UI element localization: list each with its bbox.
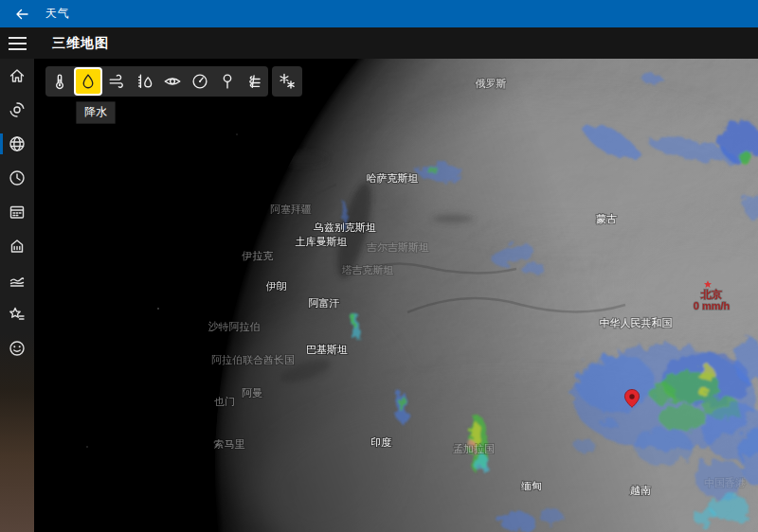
sidebar-item-favorites[interactable] [0,297,34,331]
layer-pressure-button[interactable] [186,66,213,97]
title-bar: 天气 [0,0,758,27]
humidity-icon [135,71,155,92]
layer-humidity-button[interactable] [131,66,158,97]
sidebar-item-hourly[interactable] [0,161,34,195]
sidebar-item-3d-map[interactable] [0,127,34,161]
sidebar-item-life[interactable] [0,229,34,263]
back-button[interactable] [0,0,44,27]
app-title: 天气 [45,6,70,22]
beijing-precip-value: 0 mm/h [694,300,731,311]
sidebar-item-feedback[interactable] [0,331,34,365]
thermometer-icon [49,71,70,92]
layer-toolbar [45,66,268,97]
star-speck [86,446,87,447]
star-speck [236,133,237,134]
pressure-gauge-icon [190,71,210,92]
map-label: 中国香港 [704,477,746,488]
calendar-icon [8,203,27,222]
map-label: 阿曼 [242,387,262,399]
sidebar-item-home[interactable] [0,59,34,93]
star-list-icon [8,305,27,324]
map-label: 中华人民共和国 [600,317,673,328]
trend-chart-icon [8,271,27,290]
home-icon [8,66,27,85]
layer-tooltip: 降水 [76,101,116,124]
map-label: 阿富汗 [309,297,340,309]
map-label: 阿塞拜疆 [270,204,312,215]
star-speck [157,308,159,310]
sidebar-item-history[interactable] [0,263,34,297]
menu-button[interactable] [0,27,34,59]
map-label: 阿拉伯联合酋长国 [211,354,295,365]
map-label: 吉尔吉斯斯坦 [366,241,429,253]
map-label: 越南 [630,485,651,496]
beijing-label: 北京 [700,289,722,300]
map-label: 巴基斯坦 [306,344,348,355]
jet-stream-icon [244,71,265,92]
hurricane-icon [8,100,27,119]
sidebar-item-monthly[interactable] [0,195,34,229]
map-label: 哈萨克斯坦 [367,172,419,184]
raindrop-icon [78,71,99,92]
map-label: 也门 [214,396,235,407]
dew-point-icon [217,71,238,92]
snow-layer-button[interactable] [272,66,302,97]
globe-3d-icon [8,134,27,153]
wind-icon [107,71,128,92]
map-label: 沙特阿拉伯 [208,321,261,332]
back-arrow-icon [14,7,29,22]
hamburger-icon [9,37,27,39]
app-header: 三维地图 [0,27,758,59]
map-label: 印度 [370,436,391,448]
layer-jet-stream-button[interactable] [241,66,268,97]
page-title: 三维地图 [52,35,109,52]
map-label: 伊拉克 [242,250,274,261]
layer-wind-button[interactable] [103,66,131,97]
clock-icon [8,168,27,187]
layer-visibility-button[interactable] [158,66,186,97]
layer-precipitation-button[interactable] [74,67,102,96]
map-label: 乌兹别克斯坦 [313,222,376,233]
map-label: 索马里 [214,438,245,450]
map-label: 土库曼斯坦 [296,236,348,247]
visibility-eye-icon [162,71,183,92]
snowflakes-icon [276,70,298,93]
layer-temperature-button[interactable] [45,66,73,97]
smiley-icon [8,339,27,358]
map-label: 缅甸 [521,480,542,491]
sidebar-nav [0,59,34,532]
layer-dew-point-button[interactable] [213,66,241,97]
map-label: 伊朗 [265,280,287,292]
weather-app-window: 俄罗斯 哈萨克斯坦 阿塞拜疆 乌兹别克斯坦 土库曼斯坦 吉尔吉斯斯坦 伊拉克 塔… [0,0,758,532]
map-label: 塔吉克斯坦 [342,264,394,275]
map-label: 孟加拉国 [453,443,495,454]
map-label: 蒙古 [596,213,617,224]
sidebar-item-radar[interactable] [0,93,34,127]
map-label: 俄罗斯 [476,78,507,89]
building-icon [8,237,27,256]
